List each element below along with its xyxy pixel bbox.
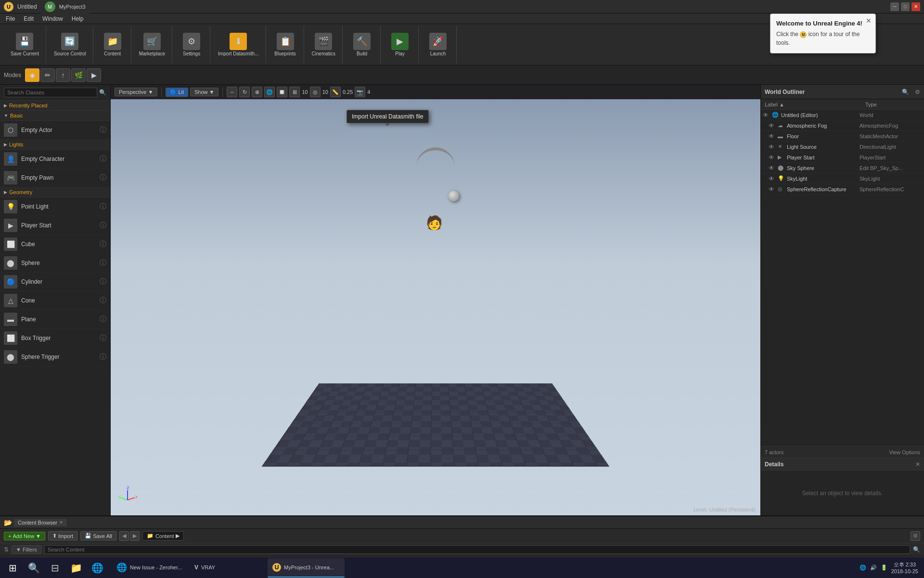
show-button[interactable]: Show ▼ — [190, 88, 218, 96]
scale-snap-btn[interactable]: 📏 — [330, 87, 341, 97]
build-button[interactable]: 🔨 Build — [347, 31, 376, 58]
menu-file[interactable]: File — [2, 14, 19, 23]
mode-paint[interactable]: ✏ — [40, 68, 55, 82]
view-options-button[interactable]: View Options — [889, 449, 920, 455]
maximize-button[interactable]: □ — [901, 2, 910, 11]
category-basic[interactable]: ▼ Basic — [0, 111, 110, 121]
rotation-snap-btn[interactable]: ◎ — [310, 87, 321, 97]
eye-icon[interactable]: 👁 — [769, 122, 776, 129]
menu-edit[interactable]: Edit — [20, 14, 38, 23]
content-button[interactable]: 📁 Content — [98, 31, 127, 58]
start-button[interactable]: ⊞ — [2, 557, 23, 578]
snap-btn[interactable]: 🔲 — [277, 87, 287, 97]
content-browser-tab[interactable]: Content Browser ✕ — [14, 519, 67, 526]
eye-icon[interactable]: 👁 — [763, 112, 770, 118]
col-label-header[interactable]: Label ▲ — [761, 102, 861, 107]
nav-forward-button[interactable]: ▶ — [130, 531, 140, 541]
content-search-input[interactable] — [44, 545, 910, 554]
transform-move-btn[interactable]: ↔ — [227, 87, 237, 97]
mode-select[interactable]: ◆ — [25, 68, 39, 82]
place-item-sphere-trigger[interactable]: ⬤ Sphere Trigger ⓘ — [0, 348, 110, 367]
tray-battery-icon[interactable]: 🔋 — [881, 565, 887, 571]
lit-button[interactable]: 🔵 Lit — [166, 88, 188, 97]
camera-speed-btn[interactable]: 📷 — [355, 87, 365, 97]
filters-button[interactable]: ▼ Filters — [12, 545, 41, 554]
perspective-button[interactable]: Perspective ▼ — [115, 88, 157, 96]
category-geometry[interactable]: ▶ Geometry — [0, 187, 110, 197]
save-button[interactable]: 💾 Save Current — [8, 31, 42, 58]
place-item-empty-pawn[interactable]: 🎮 Empty Pawn ⓘ — [0, 169, 110, 187]
place-item-cone[interactable]: △ Cone ⓘ — [0, 291, 110, 310]
outliner-item-skylight[interactable]: 👁 💡 SkyLight SkyLight — [761, 173, 924, 184]
marketplace-button[interactable]: 🛒 Marketplace — [136, 31, 168, 58]
place-item-cube[interactable]: ⬜ Cube ⓘ — [0, 235, 110, 254]
taskbar-chrome[interactable]: 🌐 — [87, 557, 108, 578]
menu-window[interactable]: Window — [38, 14, 67, 23]
play-button[interactable]: ▶ Play — [385, 31, 414, 58]
outliner-item-player-start[interactable]: 👁 ▶ Player Start PlayerStart — [761, 152, 924, 163]
source-control-button[interactable]: 🔄 Source Control — [51, 31, 89, 58]
tray-clock[interactable]: 오후 2:33 2018-10-25 — [891, 561, 918, 574]
blueprints-button[interactable]: 📋 Blueprints — [271, 31, 300, 58]
eye-icon[interactable]: 👁 — [769, 175, 776, 182]
outliner-item-fog[interactable]: 👁 ☁ Atmospheric Fog AtmosphericFog — [761, 120, 924, 131]
col-type-header[interactable]: Type — [861, 102, 924, 107]
category-recently-placed[interactable]: ▶ Recently Placed — [0, 101, 110, 111]
taskbar-vray[interactable]: V VRAY — [190, 558, 267, 578]
viewport[interactable]: Perspective ▼ 🔵 Lit Show ▼ ↔ ↻ ⊕ 🌐 🔲 ⊞ 1… — [111, 85, 760, 515]
eye-icon[interactable]: 👁 — [769, 165, 776, 171]
search-classes-input[interactable] — [4, 88, 97, 97]
eye-icon[interactable]: 👁 — [769, 154, 776, 161]
minimize-button[interactable]: ─ — [890, 2, 899, 11]
tray-network-icon[interactable]: 🌐 — [860, 565, 866, 571]
taskbar-file-explorer[interactable]: 📁 — [65, 557, 87, 578]
menu-help[interactable]: Help — [68, 14, 88, 23]
place-item-sphere[interactable]: ⬤ Sphere ⓘ — [0, 254, 110, 273]
world-local-btn[interactable]: 🌐 — [264, 87, 275, 97]
taskbar-ue4[interactable]: U MyProject3 - Unrea... — [268, 558, 345, 578]
outliner-search-button[interactable]: 🔍 — [902, 89, 909, 95]
import-button[interactable]: ⬆ Import — [48, 531, 77, 540]
mode-foliage[interactable]: 🌿 — [71, 68, 86, 82]
save-all-button[interactable]: 💾 Save All — [80, 531, 116, 540]
import-datasmith-button[interactable]: ⬇ Import Datasmith... — [215, 31, 261, 58]
tab-close-icon[interactable]: ✕ — [59, 520, 63, 525]
place-item-cylinder[interactable]: 🔵 Cylinder ⓘ — [0, 273, 110, 291]
outliner-settings-icon[interactable]: ⚙ — [915, 89, 920, 95]
place-item-box-trigger[interactable]: ⬜ Box Trigger ⓘ — [0, 329, 110, 348]
welcome-close-button[interactable]: ✕ — [866, 17, 872, 25]
add-new-button[interactable]: + Add New ▼ — [4, 532, 45, 540]
place-item-player-start[interactable]: ▶ Player Start ⓘ — [0, 216, 110, 235]
content-browser-settings-btn[interactable]: ⚙ — [911, 531, 920, 541]
launch-button[interactable]: 🚀 Launch — [424, 31, 452, 58]
outliner-item-sky-sphere[interactable]: 👁 ⬤ Sky Sphere Edit BP_Sky_Sp... — [761, 163, 924, 173]
eye-icon[interactable]: 👁 — [769, 144, 776, 150]
outliner-item-world[interactable]: 👁 🌐 Untitled (Editor) World — [761, 110, 924, 120]
eye-icon[interactable]: 👁 — [769, 133, 776, 140]
outliner-item-floor[interactable]: 👁 ▬ Floor StaticMeshActor — [761, 131, 924, 142]
details-close-button[interactable]: ✕ — [915, 461, 920, 468]
place-item-empty-actor[interactable]: ⬡ Empty Actor ⓘ — [0, 121, 110, 140]
transform-scale-btn[interactable]: ⊕ — [252, 87, 262, 97]
outliner-item-sphere-reflection[interactable]: 👁 ◎ SphereReflectionCapture SphereReflec… — [761, 184, 924, 195]
category-lights[interactable]: ▶ Lights — [0, 140, 110, 150]
eye-icon[interactable]: 👁 — [769, 186, 776, 193]
sky-sphere-bp-link[interactable]: Edit BP_Sky_Sp... — [860, 165, 922, 171]
taskbar-task-view[interactable]: ⊟ — [44, 557, 65, 578]
surface-snapping-btn[interactable]: ⊞ — [289, 87, 300, 97]
taskbar-new-issue[interactable]: 🌐 New Issue - Zeroher... — [112, 558, 189, 578]
place-item-empty-character[interactable]: 👤 Empty Character ⓘ — [0, 150, 110, 169]
content-search-icon[interactable]: 🔍 — [913, 546, 920, 553]
nav-back-button[interactable]: ◀ — [119, 531, 129, 541]
close-button[interactable]: ✕ — [911, 2, 920, 11]
mode-landscape[interactable]: ↑ — [56, 68, 70, 82]
place-item-point-light[interactable]: 💡 Point Light ⓘ — [0, 197, 110, 216]
outliner-item-light-source[interactable]: 👁 ☀ Light Source DirectionalLight — [761, 142, 924, 152]
cinematics-button[interactable]: 🎬 Cinematics — [309, 31, 338, 58]
tray-volume-icon[interactable]: 🔊 — [870, 565, 877, 571]
taskbar-search[interactable]: 🔍 — [23, 557, 44, 578]
mode-geometry[interactable]: ▶ — [87, 68, 101, 82]
transform-rotate-btn[interactable]: ↻ — [239, 87, 250, 97]
place-item-plane[interactable]: ▬ Plane ⓘ — [0, 310, 110, 329]
settings-button[interactable]: ⚙ Settings — [177, 31, 206, 58]
